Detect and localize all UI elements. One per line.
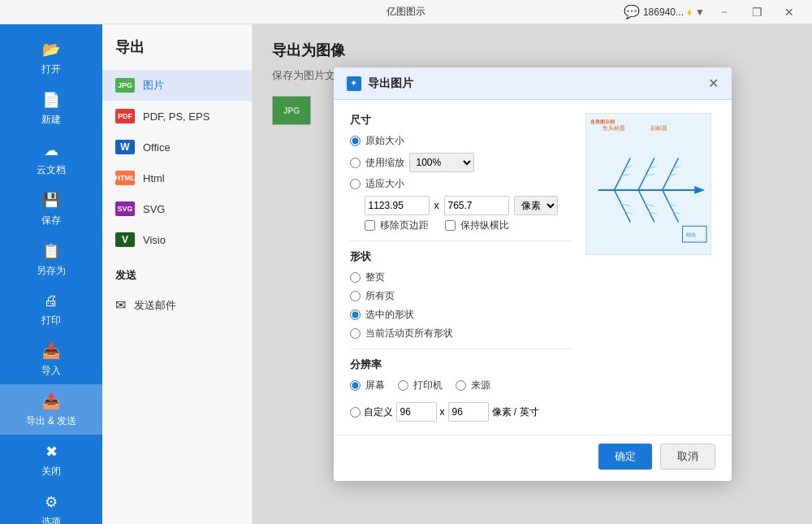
sidebar-item-open[interactable]: 📂 打开 bbox=[0, 32, 102, 83]
custom-res-radio[interactable] bbox=[350, 407, 361, 418]
new-icon: 📄 bbox=[42, 91, 60, 109]
width-input[interactable] bbox=[365, 196, 430, 215]
minimize-button[interactable]: － bbox=[708, 0, 741, 24]
html-icon: HTML bbox=[115, 171, 135, 185]
print-icon: 🖨 bbox=[44, 292, 58, 310]
sidebar-item-cloud[interactable]: ☁ 云文档 bbox=[0, 133, 102, 184]
username: 186940... bbox=[643, 6, 684, 18]
visio-label: Visio bbox=[143, 234, 166, 246]
sidebar-item-options[interactable]: ⚙ 选项 bbox=[0, 485, 102, 524]
sidebar-item-close[interactable]: ✖ 关闭 bbox=[0, 435, 102, 485]
dialog-header-left: ✦ 导出图片 bbox=[347, 76, 413, 91]
screen-radio[interactable] bbox=[350, 380, 361, 391]
export-menu-pdf[interactable]: PDF PDF, PS, EPS bbox=[102, 101, 252, 132]
app-title: 亿图图示 bbox=[387, 5, 425, 19]
sidebar: 📂 打开 📄 新建 ☁ 云文档 💾 保存 📋 另存为 🖨 打印 bbox=[0, 24, 102, 524]
fit-size-radio[interactable] bbox=[350, 179, 361, 189]
dialog-header: ✦ 导出图片 ✕ bbox=[334, 67, 732, 100]
user-info: 💬 186940... ♦ ▼ － ❐ ✕ bbox=[617, 0, 812, 24]
cloud-icon: ☁ bbox=[44, 141, 58, 159]
resolution-section: 分辨率 屏幕 打印机 bbox=[350, 357, 572, 422]
maximize-button[interactable]: ❐ bbox=[741, 0, 773, 24]
content-area: 导出为图像 保存为图片文件，比如BMP, JPEG, PNG, GIF格式。 J… bbox=[253, 24, 812, 524]
whole-page-label: 整页 bbox=[365, 271, 385, 284]
import-icon: 📥 bbox=[42, 342, 60, 360]
scale-select[interactable]: 100% 50% 150% 200% bbox=[409, 153, 474, 172]
export-icon: 📤 bbox=[42, 392, 60, 410]
dialog-right: 鱼头标题 副标题 bbox=[585, 113, 715, 422]
height-input[interactable] bbox=[444, 196, 509, 215]
sidebar-item-import[interactable]: 📥 导入 bbox=[0, 334, 102, 384]
confirm-button[interactable]: 确定 bbox=[598, 444, 652, 470]
whole-page-row: 整页 bbox=[350, 271, 572, 284]
dialog-left: 尺寸 原始大小 使用缩放 100% 50% bbox=[350, 113, 572, 422]
size-x-label: x bbox=[434, 200, 439, 211]
custom-res-row: 自定义 x 像素 / 英寸 bbox=[350, 402, 572, 422]
current-page-all-label: 当前活动页所有形状 bbox=[365, 327, 453, 340]
original-size-row: 原始大小 bbox=[350, 134, 572, 148]
keep-ratio-checkbox[interactable] bbox=[445, 220, 456, 231]
image-label: 图片 bbox=[143, 78, 164, 93]
whole-page-radio[interactable] bbox=[350, 272, 361, 283]
selected-shape-row: 选中的形状 bbox=[350, 308, 572, 322]
use-scale-label: 使用缩放 bbox=[365, 156, 404, 170]
dialog-close-button[interactable]: ✕ bbox=[708, 76, 719, 91]
screen-radio-row: 屏幕 bbox=[350, 379, 385, 392]
cancel-button[interactable]: 取消 bbox=[660, 444, 715, 470]
custom-height-input[interactable] bbox=[448, 402, 489, 422]
screen-label: 屏幕 bbox=[365, 379, 385, 392]
dialog-footer: 确定 取消 bbox=[334, 435, 732, 481]
dialog-body: 尺寸 原始大小 使用缩放 100% 50% bbox=[334, 100, 732, 435]
printer-radio[interactable] bbox=[398, 380, 408, 391]
remove-margin-label: 移除页边距 bbox=[380, 219, 429, 232]
svg-text:副标题: 副标题 bbox=[650, 125, 667, 131]
sidebar-item-saveas[interactable]: 📋 另存为 bbox=[0, 234, 102, 284]
sidebar-item-new[interactable]: 📄 新建 bbox=[0, 83, 102, 133]
remove-margin-checkbox[interactable] bbox=[365, 220, 375, 231]
printer-label: 打印机 bbox=[413, 379, 443, 392]
close-button[interactable]: ✕ bbox=[773, 0, 806, 24]
current-page-all-radio[interactable] bbox=[350, 328, 361, 339]
source-label: 来源 bbox=[471, 379, 490, 392]
svg-label: SVG bbox=[143, 203, 165, 215]
sidebar-item-print[interactable]: 🖨 打印 bbox=[0, 284, 102, 334]
export-menu-html[interactable]: HTML Html bbox=[102, 162, 252, 193]
export-dialog: ✦ 导出图片 ✕ 尺寸 原始大小 bbox=[334, 67, 732, 481]
email-label: 发送邮件 bbox=[134, 298, 176, 313]
source-radio[interactable] bbox=[456, 380, 466, 391]
resolution-label: 分辨率 bbox=[350, 357, 572, 372]
dialog-title-icon: ✦ bbox=[347, 76, 361, 91]
divider-1 bbox=[350, 240, 572, 241]
size-inputs-row: x 像素 厘米 英寸 bbox=[365, 196, 572, 215]
resolution-radios: 屏幕 打印机 来源 bbox=[350, 379, 572, 397]
divider-2 bbox=[350, 349, 572, 349]
html-label: Html bbox=[143, 172, 165, 184]
export-menu-svg[interactable]: SVG SVG bbox=[102, 193, 252, 224]
dialog-overlay: ✦ 导出图片 ✕ 尺寸 原始大小 bbox=[253, 24, 812, 524]
sidebar-item-export[interactable]: 📤 导出 & 发送 bbox=[0, 384, 102, 435]
send-email-item[interactable]: ✉ 发送邮件 bbox=[102, 289, 252, 321]
open-icon: 📂 bbox=[42, 41, 60, 58]
all-pages-radio[interactable] bbox=[350, 291, 361, 301]
export-menu-visio[interactable]: V Visio bbox=[102, 224, 252, 255]
current-page-all-row: 当前活动页所有形状 bbox=[350, 327, 572, 340]
all-pages-row: 所有页 bbox=[350, 289, 572, 303]
close-icon: ✖ bbox=[45, 443, 58, 461]
titlebar: 亿图图示 💬 186940... ♦ ▼ － ❐ ✕ bbox=[0, 0, 812, 24]
fit-size-row: 适应大小 bbox=[350, 177, 572, 191]
unit-select[interactable]: 像素 厘米 英寸 bbox=[514, 196, 558, 215]
export-menu-image[interactable]: JPG 图片 bbox=[102, 70, 252, 101]
svg-text:结论: 结论 bbox=[686, 232, 696, 237]
export-menu-office[interactable]: W Office bbox=[102, 132, 252, 162]
use-scale-radio[interactable] bbox=[350, 158, 361, 168]
original-size-radio[interactable] bbox=[350, 136, 361, 146]
options-icon: ⚙ bbox=[45, 493, 58, 511]
shape-section-label: 形状 bbox=[350, 249, 572, 264]
dialog-title: 导出图片 bbox=[368, 76, 413, 91]
svg-text:鱼骨图示例: 鱼骨图示例 bbox=[589, 119, 614, 124]
x-label: x bbox=[440, 406, 445, 418]
sidebar-item-save[interactable]: 💾 保存 bbox=[0, 184, 102, 234]
unit2-label: 像素 / 英寸 bbox=[492, 405, 539, 419]
custom-width-input[interactable] bbox=[396, 402, 437, 422]
selected-shape-radio[interactable] bbox=[350, 310, 361, 320]
